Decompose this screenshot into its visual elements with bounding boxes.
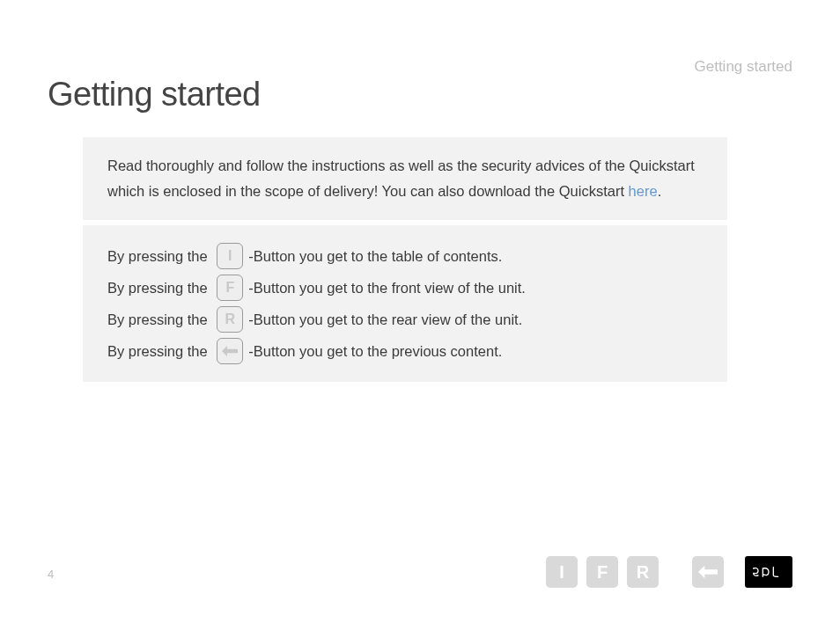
instruction-post: -Button you get to the rear view of the …: [248, 307, 522, 333]
nav-f-button[interactable]: F: [586, 556, 618, 588]
intro-text-before: Read thoroughly and follow the instructi…: [107, 158, 695, 199]
nav-back-button[interactable]: [692, 556, 724, 588]
intro-text-after: .: [658, 183, 662, 199]
key-r-icon: R: [217, 306, 243, 333]
key-i-icon: I: [217, 243, 243, 269]
key-back-icon: [217, 338, 243, 364]
instruction-post: -Button you get to the previous content.: [248, 339, 502, 364]
running-header: Getting started: [694, 58, 792, 76]
instruction-row: By pressing the R -Button you get to the…: [107, 306, 703, 333]
nav-i-button[interactable]: I: [546, 556, 578, 588]
instruction-pre: By pressing the: [107, 275, 211, 301]
back-arrow-icon: [698, 565, 718, 579]
spl-logo-icon: [751, 564, 786, 580]
instruction-pre: By pressing the: [107, 307, 211, 333]
page-title: Getting started: [48, 76, 261, 114]
page-number: 4: [48, 568, 54, 581]
instruction-row: By pressing the I -Button you get to the…: [107, 243, 703, 269]
instructions-box: By pressing the I -Button you get to the…: [83, 225, 727, 382]
spl-logo: [745, 556, 792, 588]
instruction-pre: By pressing the: [107, 339, 211, 364]
nav-button-group: I F R: [546, 556, 792, 588]
key-f-icon: F: [217, 275, 243, 301]
nav-r-button[interactable]: R: [627, 556, 659, 588]
instruction-row: By pressing the -Button you get to the p…: [107, 338, 703, 364]
instruction-post: -Button you get to the table of contents…: [248, 244, 502, 269]
instruction-row: By pressing the F -Button you get to the…: [107, 275, 703, 301]
instruction-post: -Button you get to the front view of the…: [248, 275, 526, 301]
back-arrow-icon: [222, 345, 238, 357]
intro-box: Read thoroughly and follow the instructi…: [83, 137, 727, 220]
quickstart-link[interactable]: here: [629, 183, 658, 199]
instruction-pre: By pressing the: [107, 244, 211, 269]
